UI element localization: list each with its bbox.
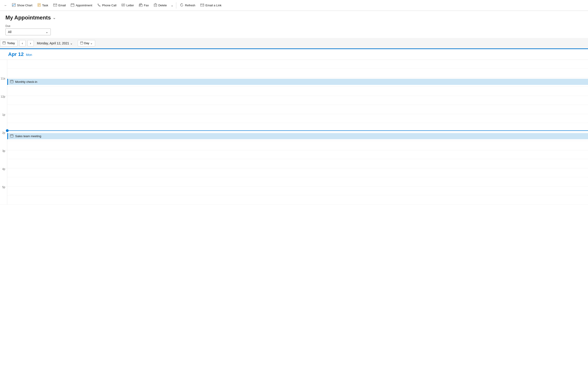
left-arrow-icon: ‹	[22, 41, 23, 45]
task-icon	[37, 3, 41, 7]
current-time-indicator	[7, 129, 588, 132]
email-icon	[53, 3, 57, 7]
letter-button[interactable]: Letter	[119, 2, 136, 9]
current-time-bar	[9, 130, 588, 131]
view-chevron-icon: ⌄	[90, 41, 93, 45]
time-content-empty	[7, 60, 588, 78]
filter-value: All	[8, 30, 12, 34]
task-button[interactable]: Task	[35, 2, 51, 9]
filter-section: Due All ⌄	[5, 24, 583, 35]
svg-rect-24	[3, 42, 5, 44]
phone-call-label: Phone Call	[102, 4, 116, 7]
time-label-12p: 12p	[0, 94, 7, 114]
event-label-monthly-checkin: Monthly check-in	[15, 80, 37, 83]
event-label-sales-meeting: Sales team meeting	[15, 134, 41, 138]
time-content-2p: Sales team meeting	[7, 132, 588, 150]
page-content: My Appointments ⌄ Due All ⌄	[0, 11, 588, 35]
filter-chevron-icon: ⌄	[45, 30, 48, 34]
phone-call-button[interactable]: Phone Call	[95, 2, 119, 9]
today-label: Today	[7, 41, 15, 45]
time-content-5p	[7, 187, 588, 204]
appointment-button[interactable]: Appointment	[68, 2, 94, 9]
email-link-icon	[200, 3, 204, 7]
time-label-11a: 11a	[0, 76, 7, 96]
time-label-2p: 2p	[0, 130, 7, 150]
time-row-4p: 4p	[0, 168, 588, 187]
page-title-chevron[interactable]: ⌄	[53, 15, 56, 20]
appointment-label: Appointment	[76, 4, 92, 7]
delete-label: Delete	[158, 4, 167, 7]
event-monthly-checkin[interactable]: Monthly check-in	[7, 79, 588, 85]
current-time-dot	[6, 129, 9, 132]
time-label-empty	[0, 58, 7, 78]
time-content-3p	[7, 150, 588, 168]
chart-icon	[12, 3, 16, 7]
date-text: Monday, April 12, 2021	[37, 41, 69, 45]
delete-button[interactable]: Delete	[152, 2, 169, 9]
prev-date-button[interactable]: ‹	[19, 40, 26, 46]
right-arrow-icon: ›	[30, 41, 31, 45]
event-calendar-icon-2	[10, 134, 13, 138]
svg-rect-17	[154, 4, 157, 7]
time-row-11a: 11a Monthly check-in	[0, 78, 588, 96]
svg-rect-6	[71, 4, 74, 7]
time-row-1p: 1p	[0, 114, 588, 132]
time-content-4p	[7, 168, 588, 186]
time-row-5p: 5p	[0, 187, 588, 205]
time-label-3p: 3p	[0, 149, 7, 168]
due-filter-select[interactable]: All ⌄	[5, 29, 51, 35]
date-day-number: Apr 12	[8, 51, 23, 57]
appointment-icon	[71, 3, 74, 7]
view-button[interactable]: Day ⌄	[78, 40, 95, 46]
calendar-date-header: Apr 12 Mon	[0, 49, 588, 60]
svg-rect-32	[10, 80, 13, 83]
page-title-row: My Appointments ⌄	[5, 15, 583, 21]
email-label: Email	[59, 4, 66, 7]
calendar-nav: Today ‹ › Monday, April 12, 2021 ⌄ Day ⌄	[0, 38, 588, 48]
back-icon: ←	[4, 4, 7, 7]
svg-rect-16	[140, 5, 141, 6]
refresh-icon	[180, 3, 184, 7]
date-day-name: Mon	[26, 53, 32, 57]
view-calendar-icon	[80, 41, 83, 45]
email-link-button[interactable]: Email a Link	[198, 2, 224, 9]
fax-label: Fax	[144, 4, 149, 7]
time-grid: 11a Monthly check-in 12p	[0, 60, 588, 205]
task-label: Task	[42, 4, 48, 7]
time-row-12p: 12p	[0, 96, 588, 114]
next-date-button[interactable]: ›	[27, 40, 34, 46]
toolbar: ← Show Chart Task	[0, 0, 588, 11]
chevron-down-icon: ⌄	[171, 4, 173, 7]
show-chart-label: Show Chart	[17, 4, 32, 7]
calendar-icon	[2, 41, 6, 45]
filter-label: Due	[5, 24, 583, 28]
email-link-label: Email a Link	[206, 4, 222, 7]
svg-rect-15	[140, 3, 142, 5]
show-chart-button[interactable]: Show Chart	[10, 2, 35, 9]
toolbar-divider	[176, 2, 176, 9]
refresh-label: Refresh	[185, 4, 195, 7]
letter-label: Letter	[126, 4, 134, 7]
time-row-3p: 3p	[0, 150, 588, 168]
more-button[interactable]: ⌄	[169, 2, 175, 8]
view-label: Day	[84, 41, 89, 45]
fax-icon	[139, 3, 143, 7]
time-content-1p	[7, 114, 588, 132]
letter-icon	[122, 3, 125, 7]
delete-icon	[154, 3, 157, 7]
time-content-12p	[7, 96, 588, 114]
event-calendar-icon-1	[10, 80, 13, 84]
back-button[interactable]: ←	[2, 2, 9, 8]
fax-button[interactable]: Fax	[137, 2, 151, 9]
event-sales-meeting[interactable]: Sales team meeting	[7, 133, 588, 139]
current-date-label[interactable]: Monday, April 12, 2021 ⌄	[36, 40, 74, 46]
time-label-4p: 4p	[0, 167, 7, 186]
today-button[interactable]: Today	[0, 40, 18, 46]
email-button[interactable]: Email	[51, 2, 68, 9]
date-chevron-icon: ⌄	[70, 41, 73, 45]
refresh-button[interactable]: Refresh	[178, 2, 198, 9]
time-label-5p: 5p	[0, 185, 7, 204]
svg-rect-28	[80, 42, 83, 44]
svg-rect-36	[10, 135, 13, 137]
time-row-2p: 2p Sales team meeting	[0, 132, 588, 150]
